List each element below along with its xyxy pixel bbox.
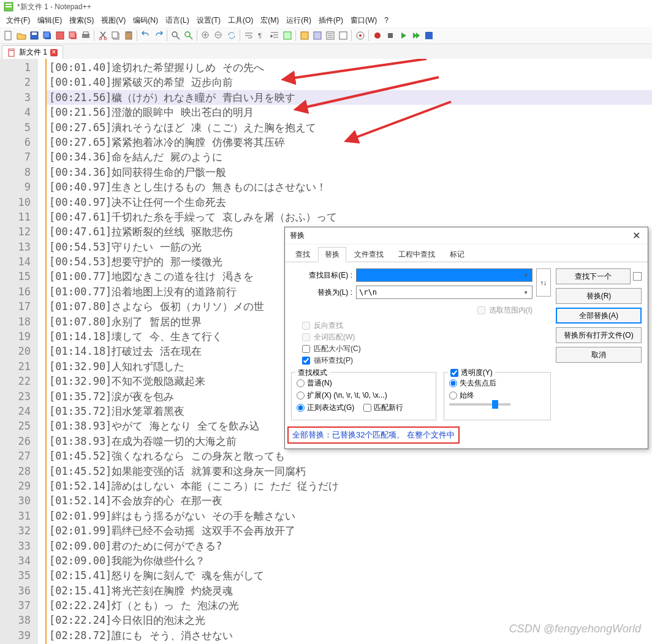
replace-input[interactable]: \r\n ▾ xyxy=(356,286,533,299)
replace-icon[interactable] xyxy=(183,29,194,41)
new-icon[interactable] xyxy=(2,29,14,41)
code-line[interactable]: [00:01.40]途切れた希望握りしめ その先へ xyxy=(47,60,652,75)
code-line[interactable]: [00:27.65]紧紧抱着冰冷的胸膛 仿佛要将其压碎 xyxy=(47,135,652,150)
allchars-icon[interactable]: ¶ xyxy=(256,29,267,41)
menu-item[interactable]: 语言(L) xyxy=(162,14,193,27)
mode-regex-radio[interactable]: 正则表达式(G) 匹配新行 xyxy=(297,403,431,413)
menu-item[interactable]: 搜索(S) xyxy=(66,14,97,27)
direction-checkbox[interactable] xyxy=(633,272,642,281)
menu-item[interactable]: 窗口(W) xyxy=(347,14,381,27)
close-icon[interactable]: ✕ xyxy=(630,230,643,241)
code-line[interactable]: [00:40.97]生きとし生けるもの 無きものにはさせない！ xyxy=(47,180,652,194)
indent-icon[interactable] xyxy=(268,29,280,41)
menu-item[interactable]: 运行(R) xyxy=(282,14,315,27)
code-line[interactable]: [01:45.52]如果能变强的话 就算要和这身灰一同腐朽 xyxy=(47,464,652,479)
mode-normal-radio[interactable]: 普通(N) xyxy=(297,378,431,388)
title-bar: *新文件 1 - Notepad++ xyxy=(0,0,652,13)
document-tab[interactable]: 新文件 1 ✕ xyxy=(2,45,63,59)
find-input[interactable]: ▾ xyxy=(356,268,533,282)
code-line[interactable]: [01:52.14]諦めはしない 本能（こころ）に ただ 従うだけ xyxy=(47,479,652,493)
play-icon[interactable] xyxy=(397,29,409,41)
chevron-down-icon[interactable]: ▾ xyxy=(521,287,531,297)
code-line[interactable]: [00:27.65]潰れそうなほど 凍（こご）えた胸を抱えて xyxy=(47,120,652,135)
monitor-icon[interactable] xyxy=(354,29,366,41)
menu-item[interactable]: 编码(N) xyxy=(129,14,162,27)
find-icon[interactable] xyxy=(170,29,181,41)
code-line[interactable]: [00:40.97]决不让任何一个生命死去 xyxy=(47,195,652,210)
save-icon[interactable] xyxy=(28,29,40,41)
code-line[interactable]: [01:45.52]強くなれるなら この身灰と散っても xyxy=(47,449,652,463)
menu-item[interactable]: 编辑(E) xyxy=(34,14,66,27)
code-line[interactable]: [02:15.41]将光芒刻在胸膛 灼烧灵魂 xyxy=(47,583,652,598)
dialog-tab[interactable]: 替换 xyxy=(318,247,346,262)
dialog-tab[interactable]: 工程中查找 xyxy=(392,247,442,262)
doclist-icon[interactable] xyxy=(337,29,349,41)
undo-icon[interactable] xyxy=(140,29,151,41)
cancel-button[interactable]: 取消 xyxy=(556,347,642,363)
saveall-icon[interactable] xyxy=(41,29,53,41)
dialog-tab[interactable]: 查找 xyxy=(289,247,317,262)
dialog-tab[interactable]: 文件查找 xyxy=(347,247,390,262)
dialog-title-bar[interactable]: 替换 ✕ xyxy=(285,227,648,244)
wrap-icon[interactable] xyxy=(243,29,254,41)
code-line[interactable]: [00:21.56]澄澈的眼眸中 映出苍白的明月 xyxy=(47,105,652,119)
code-line[interactable]: [02:09.00]我能为你做些什么？ xyxy=(47,553,652,568)
open-icon[interactable] xyxy=(15,29,27,41)
line-number: 8 xyxy=(0,165,38,180)
code-line[interactable]: [01:52.14]不会放弃的心 在那一夜 xyxy=(47,493,652,508)
dialog-tab[interactable]: 标记 xyxy=(443,247,471,262)
zoomin-icon[interactable] xyxy=(200,29,211,41)
chevron-down-icon[interactable]: ▾ xyxy=(521,270,531,280)
savemacro-icon[interactable] xyxy=(423,29,434,41)
code-line[interactable]: [00:47.61]千切れた糸を手繰って 哀しみを屠（おふ）って xyxy=(47,210,652,224)
transparency-slider[interactable] xyxy=(449,403,510,406)
sync-icon[interactable] xyxy=(226,29,237,41)
menu-item[interactable]: 文件(F) xyxy=(2,14,34,27)
folder-icon[interactable] xyxy=(298,29,310,41)
range-checkbox: 选取范围内(I) xyxy=(477,305,533,316)
tab-close-icon[interactable]: ✕ xyxy=(50,49,58,56)
replace-all-open-button[interactable]: 替换所有打开文件(O) xyxy=(556,327,642,343)
copy-icon[interactable] xyxy=(110,29,121,41)
cut-icon[interactable] xyxy=(97,29,108,41)
mode-extended-radio[interactable]: 扩展(X) (\n, \r, \t, \0, \x...) xyxy=(297,390,431,401)
code-line[interactable]: [00:01.40]握紧破灭的希望 迈步向前 xyxy=(47,75,652,89)
code-line[interactable]: [00:34.36]如同获得生命的尸骸一般 xyxy=(47,165,652,180)
close-icon[interactable] xyxy=(54,29,66,41)
replace-button[interactable]: 替换(R) xyxy=(556,288,642,304)
matchcase-checkbox[interactable]: 匹配大小写(C) xyxy=(302,344,551,354)
menu-item[interactable]: 宏(M) xyxy=(257,14,282,27)
menu-item[interactable]: 视图(V) xyxy=(97,14,129,27)
find-next-button[interactable]: 查找下一个 xyxy=(556,268,631,284)
code-line[interactable]: [00:21.56]穢（けが）れなき瞳が 青白い月を映す xyxy=(47,90,652,105)
menu-item[interactable]: ? xyxy=(381,15,392,26)
lang-icon[interactable] xyxy=(281,29,293,41)
loop-checkbox[interactable]: 循环查找(P) xyxy=(302,355,551,366)
code-line[interactable]: [02:01.99]羁绊已经不会动摇 这双手不会再放开了 xyxy=(47,523,652,538)
code-line[interactable]: [02:15.41]怒りを胸に刻んで 魂を焦がして xyxy=(47,568,652,583)
trans-always-radio[interactable]: 始终 xyxy=(449,390,545,401)
code-line[interactable]: [00:34.36]命を結んだ 屍のように xyxy=(47,150,652,164)
swap-button[interactable]: ↑↓ xyxy=(536,268,551,297)
replace-all-button[interactable]: 全部替换(A) xyxy=(556,308,642,324)
docmap-icon[interactable] xyxy=(311,29,323,41)
menu-item[interactable]: 设置(T) xyxy=(193,14,224,27)
redo-icon[interactable] xyxy=(153,29,164,41)
line-number: 15 xyxy=(0,269,38,284)
line-number: 19 xyxy=(0,329,38,344)
menu-item[interactable]: 插件(P) xyxy=(315,14,347,27)
funclist-icon[interactable] xyxy=(324,29,336,41)
playmulti-icon[interactable] xyxy=(410,29,422,41)
code-line[interactable]: [02:09.00]君のために何ができる? xyxy=(47,539,652,553)
closeall-icon[interactable] xyxy=(67,29,78,41)
menu-item[interactable]: 工具(O) xyxy=(224,14,257,27)
transparency-checkbox[interactable]: 透明度(Y) xyxy=(448,368,495,378)
zoomout-icon[interactable] xyxy=(213,29,224,41)
record-icon[interactable] xyxy=(371,29,383,41)
stop-icon[interactable] xyxy=(384,29,396,41)
code-line[interactable]: [02:22.24]灯（とも）っ た 泡沫の光 xyxy=(47,598,652,613)
code-line[interactable]: [02:01.99]絆はもう揺るがない その手を離さない xyxy=(47,509,652,523)
paste-icon[interactable] xyxy=(123,29,134,41)
trans-lostfocus-radio[interactable]: 失去焦点后 xyxy=(449,378,545,388)
print-icon[interactable] xyxy=(80,29,91,41)
